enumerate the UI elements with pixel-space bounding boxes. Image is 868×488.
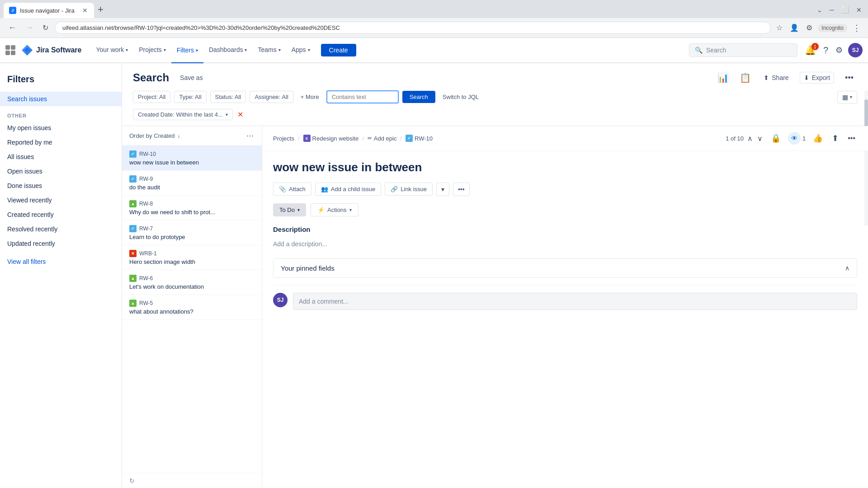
back-button[interactable]: ← xyxy=(5,21,19,34)
status-filter[interactable]: Status: All xyxy=(210,91,246,103)
search-button[interactable]: Search xyxy=(402,91,435,103)
nav-projects[interactable]: Projects ▾ xyxy=(133,38,171,63)
pinned-fields-header[interactable]: Your pinned fields ∧ xyxy=(274,259,857,277)
actions-caret-icon: ▾ xyxy=(349,207,352,212)
issue-title-heading: wow new issue in between xyxy=(273,160,857,175)
excel-export-icon[interactable]: 📊 xyxy=(716,70,731,85)
like-button[interactable]: 👍 xyxy=(811,131,825,145)
pinned-fields-section: Your pinned fields ∧ xyxy=(273,258,857,278)
nav-teams[interactable]: Teams ▾ xyxy=(252,38,286,63)
add-child-button[interactable]: 👥 Add a child issue xyxy=(315,183,381,196)
sheet-export-icon[interactable]: 📋 xyxy=(738,70,753,85)
projects-breadcrumb[interactable]: Projects xyxy=(273,135,294,142)
main-content: Filters Search issues OTHER My open issu… xyxy=(0,63,868,488)
assignee-filter[interactable]: Assignee: All xyxy=(250,91,293,103)
issue-key-breadcrumb[interactable]: RW-10 xyxy=(415,135,433,142)
sidebar-item-reported[interactable]: Reported by me xyxy=(0,135,122,150)
project-name-breadcrumb[interactable]: Redesign website xyxy=(312,135,359,142)
jira-logo[interactable]: Jira Software xyxy=(21,44,81,56)
project-filter[interactable]: Project: All xyxy=(133,91,170,103)
reload-button[interactable]: ↻ xyxy=(40,22,51,34)
sidebar-item-open[interactable]: Open issues xyxy=(0,164,122,178)
active-tab[interactable]: J Issue navigator - Jira ✕ xyxy=(4,3,94,18)
notification-badge: 1 xyxy=(811,43,819,50)
sidebar-item-resolved-recently[interactable]: Resolved recently xyxy=(0,222,122,236)
order-by-created[interactable]: Order by Created ↓ xyxy=(129,132,180,139)
sidebar-item-all[interactable]: All issues xyxy=(0,150,122,164)
nav-filters[interactable]: Filters ▾ xyxy=(171,38,203,63)
save-as-button[interactable]: Save as xyxy=(176,72,207,83)
date-filter-tag[interactable]: Created Date: Within the last 4... ▾ xyxy=(133,109,233,120)
list-item[interactable]: ✓ RW-10 wow new issue in between xyxy=(122,146,262,171)
menu-button[interactable]: ⋮ xyxy=(851,21,863,35)
app-grid-icon[interactable] xyxy=(5,45,15,55)
nav-projects-label: Projects xyxy=(139,46,162,53)
sidebar-item-updated-recently[interactable]: Updated recently xyxy=(0,236,122,251)
close-tab-button[interactable]: ✕ xyxy=(81,6,89,15)
share-detail-button[interactable]: ⬆ xyxy=(830,131,840,145)
export-button[interactable]: ⬇ Export xyxy=(800,72,834,84)
nav-dashboards-label: Dashboards xyxy=(209,46,243,53)
search-box[interactable]: 🔍 Search xyxy=(689,43,797,57)
more-actions-button[interactable]: ••• xyxy=(453,183,470,196)
sidebar-item-my-open[interactable]: My open issues xyxy=(0,121,122,135)
resize-handle[interactable] xyxy=(260,126,262,488)
list-item[interactable]: ✓ RW-7 Learn to do prototype xyxy=(122,221,262,245)
more-filters-button[interactable]: + More xyxy=(297,91,323,103)
list-item[interactable]: ▲ RW-6 Let's work on documentation xyxy=(122,270,262,295)
list-view-toggle[interactable]: ⋯ xyxy=(245,131,255,141)
nav-dashboards[interactable]: Dashboards ▾ xyxy=(203,38,253,63)
issue-key: RW-8 xyxy=(139,201,153,207)
settings-button[interactable]: ⚙ xyxy=(832,43,846,57)
list-item[interactable]: ▲ RW-5 what about annotations? xyxy=(122,295,262,320)
type-filter[interactable]: Type: All xyxy=(174,91,206,103)
extensions-button[interactable]: ⚙ xyxy=(804,22,814,34)
notification-button[interactable]: 🔔 1 xyxy=(801,43,820,57)
nav-your-work[interactable]: Your work ▾ xyxy=(90,38,133,63)
actions-icon: ⚡ xyxy=(317,206,325,213)
more-options-button[interactable]: ••• xyxy=(841,71,857,84)
detail-more-button[interactable]: ••• xyxy=(846,132,857,144)
prev-issue-button[interactable]: ∧ xyxy=(746,133,754,144)
clear-date-filter-button[interactable]: ✕ xyxy=(236,109,244,120)
attach-button[interactable]: 📎 Attach xyxy=(273,183,311,196)
help-button[interactable]: ? xyxy=(820,43,832,57)
epic-breadcrumb[interactable]: Add epic xyxy=(374,135,397,142)
create-button[interactable]: Create xyxy=(321,44,356,56)
contains-text-input[interactable] xyxy=(326,90,399,103)
switch-to-jql-button[interactable]: Switch to JQL xyxy=(439,91,482,103)
actions-dropdown-button[interactable]: ⚡ Actions ▾ xyxy=(311,203,359,216)
link-issue-button[interactable]: 🔗 Link issue xyxy=(385,183,433,196)
new-tab-button[interactable]: + xyxy=(94,4,107,15)
description-editor[interactable]: Add a description... xyxy=(273,237,857,251)
description-title: Description xyxy=(273,225,857,233)
address-bar[interactable]: uifeed.atlassian.net/browse/RW-10?jql=cr… xyxy=(55,22,771,34)
view-all-filters-link[interactable]: View all filters xyxy=(7,258,46,265)
sidebar-item-done[interactable]: Done issues xyxy=(0,178,122,193)
actions-label: Actions xyxy=(327,206,347,213)
sidebar-item-viewed-recently[interactable]: Viewed recently xyxy=(0,193,122,207)
avatar[interactable]: SJ xyxy=(848,43,863,57)
view-toggle-button[interactable]: ▦ ▾ xyxy=(837,91,857,103)
nav-apps[interactable]: Apps ▾ xyxy=(286,38,316,63)
profile-button[interactable]: 👤 xyxy=(788,22,801,34)
sidebar-item-search-issues[interactable]: Search issues xyxy=(0,92,122,106)
lock-button[interactable]: 🔒 xyxy=(769,131,783,145)
bookmark-button[interactable]: ☆ xyxy=(774,22,784,34)
sidebar-item-created-recently[interactable]: Created recently xyxy=(0,207,122,222)
breadcrumb: Projects / E Redesign website / ✏ xyxy=(273,135,433,142)
todo-status-button[interactable]: To Do ▾ xyxy=(273,203,306,216)
forward-button[interactable]: → xyxy=(23,21,36,34)
dropdown-expand-button[interactable]: ▾ xyxy=(436,183,449,196)
redesign-epic-icon: E xyxy=(303,135,311,142)
viewed-recently-label: Viewed recently xyxy=(7,197,52,204)
list-item[interactable]: ✓ RW-9 do the audit xyxy=(122,171,262,196)
list-item[interactable]: ▲ RW-8 Why do we need to shift to prot..… xyxy=(122,196,262,221)
issue-detail-content: wow new issue in between 📎 Attach 👥 Add … xyxy=(262,151,868,319)
next-issue-button[interactable]: ∨ xyxy=(756,133,764,144)
comment-input-area[interactable]: Add a comment... xyxy=(293,293,857,310)
share-button[interactable]: ⬆ Share xyxy=(760,72,792,83)
list-item[interactable]: ✕ WRB-1 Hero section image width xyxy=(122,245,262,270)
detail-panel: Projects / E Redesign website / ✏ xyxy=(262,126,868,488)
watch-button[interactable]: 👁 xyxy=(788,132,801,145)
